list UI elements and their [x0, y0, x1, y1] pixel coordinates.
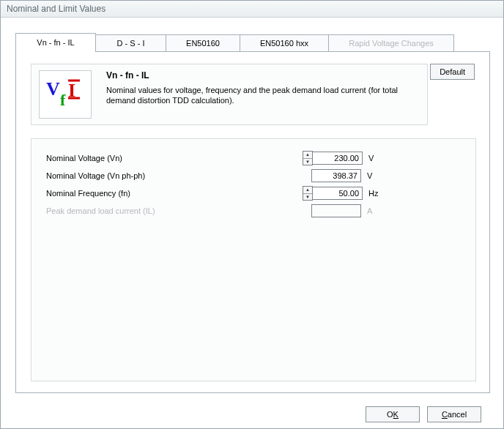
tab-panel: V f I Vn - fn - IL Nominal values for vo…: [15, 51, 490, 393]
window-title: Nominal and Limit Values: [7, 4, 105, 14]
row-nominal-voltage-vn-phph: Nominal Voltage (Vn ph-ph) V: [46, 168, 461, 183]
field-label: Peak demand load current (IL): [46, 206, 303, 215]
tab-d-s-i[interactable]: D - S - I: [96, 34, 166, 51]
vfi-icon: V f I: [39, 70, 92, 119]
input-peak-demand-load-current-il: [311, 204, 361, 217]
dialog-footer: OK Cancel: [1, 400, 503, 429]
tab-en50160[interactable]: EN50160: [166, 34, 240, 51]
header-group: V f I Vn - fn - IL Nominal values for vo…: [31, 64, 428, 125]
ok-button[interactable]: OK: [366, 406, 420, 422]
input-nominal-voltage-vn-phph: [311, 169, 361, 182]
field-label: Nominal Voltage (Vn ph-ph): [46, 171, 303, 180]
dialog-window: Nominal and Limit Values Vn - fn - IL D …: [0, 0, 504, 429]
tab-rapid-voltage-changes: Rapid Voltage Changes: [329, 34, 454, 51]
unit-label: Hz: [368, 189, 386, 198]
title-bar: Nominal and Limit Values: [1, 1, 503, 18]
spin-up-icon[interactable]: ▲: [303, 187, 312, 194]
input-nominal-frequency-fn[interactable]: [313, 187, 363, 200]
tab-label: Vn - fn - IL: [37, 38, 74, 47]
tab-label: D - S - I: [117, 39, 145, 48]
unit-label: A: [367, 206, 385, 215]
tab-vn-fn-il[interactable]: Vn - fn - IL: [15, 33, 96, 52]
tab-label: EN50160: [186, 39, 220, 48]
row-nominal-frequency-fn: Nominal Frequency (fn) ▲▼ Hz: [46, 186, 461, 201]
svg-text:V: V: [46, 78, 60, 100]
header-title: Vn - fn - IL: [106, 70, 149, 81]
svg-text:f: f: [60, 91, 66, 109]
header-description: Nominal values for voltage, frequency an…: [106, 85, 418, 105]
field-label: Nominal Voltage (Vn): [46, 154, 303, 163]
default-button[interactable]: Default: [430, 64, 475, 80]
row-nominal-voltage-vn: Nominal Voltage (Vn) ▲▼ V: [46, 151, 461, 165]
cancel-button[interactable]: Cancel: [427, 406, 481, 422]
button-label: OK: [387, 410, 399, 419]
tab-strip: Vn - fn - IL D - S - I EN50160 EN50160 h…: [15, 34, 454, 51]
button-label: Default: [440, 67, 465, 76]
vfi-icon-svg: V f I: [43, 76, 87, 113]
fields-group: Nominal Voltage (Vn) ▲▼ V Nominal Voltag…: [31, 138, 476, 381]
spin-down-icon[interactable]: ▼: [303, 194, 312, 201]
spinner-vn[interactable]: ▲▼: [303, 151, 313, 165]
row-peak-demand-load-current-il: Peak demand load current (IL) A: [46, 204, 461, 218]
unit-label: V: [367, 171, 385, 180]
tab-label: Rapid Voltage Changes: [349, 39, 434, 48]
spinner-fn[interactable]: ▲▼: [303, 186, 313, 201]
input-nominal-voltage-vn[interactable]: [313, 152, 363, 165]
button-label: Cancel: [442, 410, 467, 419]
field-label: Nominal Frequency (fn): [46, 189, 303, 198]
spin-up-icon[interactable]: ▲: [303, 152, 312, 159]
client-area: Vn - fn - IL D - S - I EN50160 EN50160 h…: [1, 18, 503, 429]
tab-label: EN50160 hxx: [260, 39, 308, 48]
spin-down-icon[interactable]: ▼: [303, 159, 312, 165]
unit-label: V: [368, 154, 386, 163]
tab-en50160-hxx[interactable]: EN50160 hxx: [240, 34, 329, 51]
